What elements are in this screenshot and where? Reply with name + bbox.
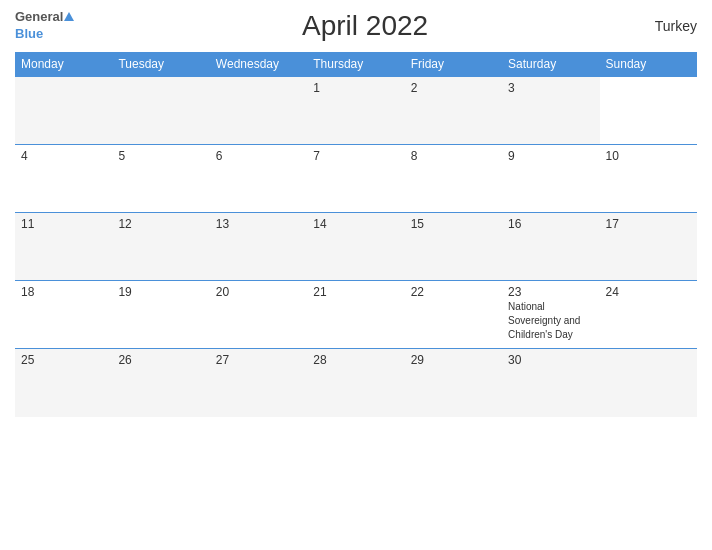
holiday-label: National Sovereignty and Children's Day	[508, 301, 580, 340]
calendar-cell: 11	[15, 213, 112, 281]
calendar-cell: 16	[502, 213, 599, 281]
header-tuesday: Tuesday	[112, 52, 209, 77]
day-number: 22	[411, 285, 496, 299]
calendar-cell-empty	[210, 77, 307, 145]
country-label: Turkey	[655, 18, 697, 34]
calendar-cell: 28	[307, 349, 404, 417]
calendar-week-row: 45678910	[15, 145, 697, 213]
calendar-cell: 13	[210, 213, 307, 281]
calendar-cell-empty	[15, 77, 112, 145]
day-number: 7	[313, 149, 398, 163]
day-number: 29	[411, 353, 496, 367]
header: General Blue April 2022 Turkey	[15, 10, 697, 42]
day-number: 1	[313, 81, 398, 95]
header-sunday: Sunday	[600, 52, 697, 77]
day-number: 26	[118, 353, 203, 367]
calendar-cell: 30	[502, 349, 599, 417]
calendar-cell: 17	[600, 213, 697, 281]
day-number: 20	[216, 285, 301, 299]
calendar-cell: 15	[405, 213, 502, 281]
calendar-cell: 19	[112, 281, 209, 349]
day-number: 2	[411, 81, 496, 95]
day-number: 15	[411, 217, 496, 231]
day-number: 21	[313, 285, 398, 299]
calendar-cell-empty	[112, 77, 209, 145]
day-number: 23	[508, 285, 593, 299]
page: General Blue April 2022 Turkey Monday Tu…	[0, 0, 712, 550]
logo: General Blue	[15, 10, 75, 42]
day-number: 5	[118, 149, 203, 163]
day-number: 3	[508, 81, 593, 95]
calendar-cell: 6	[210, 145, 307, 213]
day-number: 24	[606, 285, 691, 299]
calendar-cell: 26	[112, 349, 209, 417]
calendar-cell: 12	[112, 213, 209, 281]
calendar-cell: 21	[307, 281, 404, 349]
calendar-week-row: 123	[15, 77, 697, 145]
logo-blue-text: Blue	[15, 26, 43, 41]
day-number: 9	[508, 149, 593, 163]
day-number: 10	[606, 149, 691, 163]
calendar-title: April 2022	[302, 10, 428, 42]
day-number: 6	[216, 149, 301, 163]
header-thursday: Thursday	[307, 52, 404, 77]
calendar-cell	[600, 349, 697, 417]
calendar-cell: 7	[307, 145, 404, 213]
calendar-cell: 4	[15, 145, 112, 213]
day-number: 12	[118, 217, 203, 231]
day-number: 16	[508, 217, 593, 231]
calendar-cell: 27	[210, 349, 307, 417]
day-number: 18	[21, 285, 106, 299]
day-number: 14	[313, 217, 398, 231]
calendar-week-row: 11121314151617	[15, 213, 697, 281]
day-number: 8	[411, 149, 496, 163]
days-header-row: Monday Tuesday Wednesday Thursday Friday…	[15, 52, 697, 77]
calendar-cell: 2	[405, 77, 502, 145]
logo-triangle-icon	[64, 12, 74, 21]
calendar-cell: 29	[405, 349, 502, 417]
calendar-cell: 23National Sovereignty and Children's Da…	[502, 281, 599, 349]
day-number: 17	[606, 217, 691, 231]
calendar-cell: 20	[210, 281, 307, 349]
calendar-cell: 25	[15, 349, 112, 417]
calendar-cell: 18	[15, 281, 112, 349]
day-number: 27	[216, 353, 301, 367]
calendar-body: 1234567891011121314151617181920212223Nat…	[15, 77, 697, 417]
header-friday: Friday	[405, 52, 502, 77]
calendar-cell: 3	[502, 77, 599, 145]
calendar-cell: 1	[307, 77, 404, 145]
day-number: 30	[508, 353, 593, 367]
header-wednesday: Wednesday	[210, 52, 307, 77]
day-number: 28	[313, 353, 398, 367]
day-number: 25	[21, 353, 106, 367]
calendar-cell: 24	[600, 281, 697, 349]
calendar-week-row: 252627282930	[15, 349, 697, 417]
header-saturday: Saturday	[502, 52, 599, 77]
calendar-cell: 22	[405, 281, 502, 349]
day-number: 13	[216, 217, 301, 231]
calendar-cell: 14	[307, 213, 404, 281]
calendar-table: Monday Tuesday Wednesday Thursday Friday…	[15, 52, 697, 417]
calendar-header: Monday Tuesday Wednesday Thursday Friday…	[15, 52, 697, 77]
calendar-cell: 5	[112, 145, 209, 213]
calendar-cell: 9	[502, 145, 599, 213]
logo-general-text: General	[15, 10, 63, 24]
header-monday: Monday	[15, 52, 112, 77]
calendar-cell: 10	[600, 145, 697, 213]
day-number: 11	[21, 217, 106, 231]
calendar-cell: 8	[405, 145, 502, 213]
day-number: 4	[21, 149, 106, 163]
day-number: 19	[118, 285, 203, 299]
calendar-week-row: 181920212223National Sovereignty and Chi…	[15, 281, 697, 349]
